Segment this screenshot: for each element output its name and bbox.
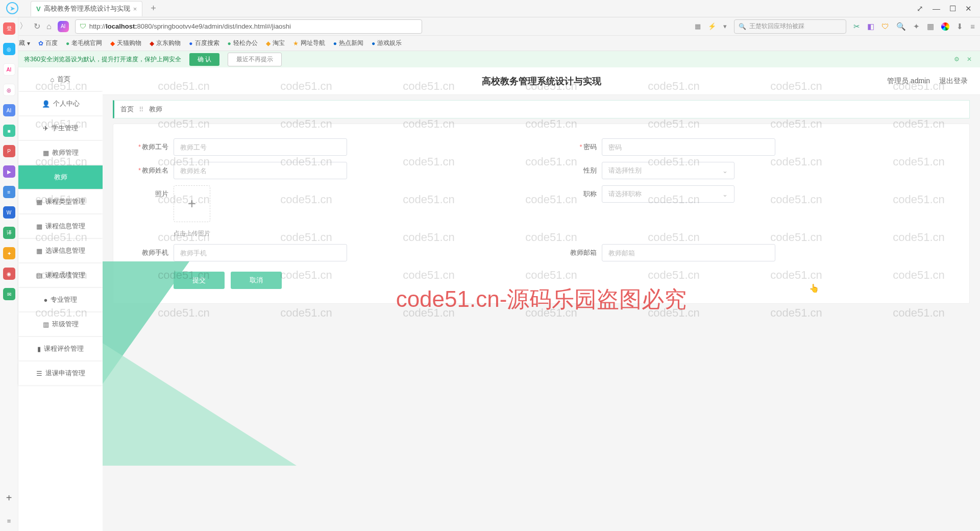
address-bar: 〈 〉 ↻ ⌂ AI 🛡 http://localhost:8080/sprin… [0, 17, 980, 36]
plane-icon: ✈ [43, 125, 48, 132]
shield-icon: 🛡 [80, 22, 86, 30]
sidebar-item-class[interactable]: ▥班级管理 [18, 312, 103, 336]
sidebar-item-profile[interactable]: 👤个人中心 [18, 92, 103, 115]
breadcrumb-home[interactable]: 首页 [120, 105, 134, 114]
sidebar-item-courseinfo[interactable]: ▦课程信息管理 [18, 214, 103, 238]
sidebar-item-grade[interactable]: ▤课程成绩管理 [18, 263, 103, 287]
search-input[interactable]: 🔍 王楚软回应球拍被踩 [734, 19, 846, 34]
dock-item-8[interactable]: ▶ [3, 165, 15, 178]
ai-icon[interactable]: AI [58, 21, 69, 32]
bookmark-game[interactable]: ●游戏娱乐 [372, 39, 402, 47]
dock-item-13[interactable]: ◉ [3, 268, 15, 280]
sidebar-item-home[interactable]: ⌂首页 [18, 67, 103, 91]
bookmark-qingsong[interactable]: ●轻松办公 [228, 39, 258, 47]
bookmark-baidu[interactable]: ✿百度 [38, 39, 58, 47]
dock-item-2[interactable]: ◎ [3, 43, 15, 55]
sidebar-item-student[interactable]: ✈学生管理 [18, 116, 103, 140]
dock-item-3[interactable]: AI [3, 63, 15, 76]
sidebar-item-teacher-mgmt[interactable]: ▦教师管理 [18, 141, 103, 164]
grid-icon: ▦ [36, 247, 42, 255]
bookmark-baidusearch[interactable]: ●百度搜索 [189, 39, 219, 47]
list-icon: ▤ [36, 272, 42, 279]
password-input[interactable] [602, 138, 775, 156]
dock-item-14[interactable]: ✉ [3, 288, 15, 300]
grid-icon: ▦ [36, 198, 42, 206]
dock-item-11[interactable]: 译 [3, 227, 15, 239]
photo-upload[interactable]: + [174, 185, 210, 222]
gender-select[interactable]: 请选择性别⌄ [602, 162, 734, 179]
search2-icon[interactable]: 🔍 [896, 22, 906, 31]
shield2-icon[interactable]: 🛡 [881, 22, 889, 31]
phone-input[interactable] [174, 244, 347, 261]
teacher-name-input[interactable] [174, 162, 347, 179]
bookmark-taobao[interactable]: ◆淘宝 [266, 39, 285, 47]
dock-item-12[interactable]: ✦ [3, 247, 15, 259]
label-password: 密码 [583, 143, 597, 151]
dock-item-6[interactable]: ■ [3, 125, 15, 137]
url-input[interactable]: 🛡 http://localhost:8080/springbootvv4e9/… [75, 19, 422, 34]
new-tab-button[interactable]: + [146, 3, 160, 14]
dock-menu-icon[interactable]: ≡ [7, 517, 11, 531]
window-pin-icon[interactable]: ⤢ [917, 4, 923, 13]
label-phone: 教师手机 [142, 249, 168, 256]
nav-forward-icon[interactable]: 〉 [19, 21, 28, 32]
browser-tab[interactable]: V 高校教务管理系统设计与实现 × [31, 1, 142, 16]
window-minimize-icon[interactable]: — [933, 4, 940, 13]
bookmark-laomaotao[interactable]: ●老毛桃官网 [66, 39, 102, 47]
sidebar-item-teacher[interactable]: 教师 [18, 165, 103, 189]
menu-icon[interactable]: ≡ [970, 22, 975, 31]
sidebar-item-dropcourse[interactable]: ☰退课申请管理 [18, 361, 103, 385]
email-input[interactable] [602, 244, 775, 261]
chevron-down-icon: ⌄ [722, 190, 728, 198]
scissors-icon[interactable]: ✂ [853, 22, 860, 31]
notice-close-icon[interactable]: ✕ [967, 56, 972, 63]
translate-icon[interactable]: ◧ [867, 22, 874, 31]
apps-icon[interactable]: ▦ [927, 22, 934, 31]
window-close-icon[interactable]: ✕ [965, 4, 972, 13]
bar-icon: ▮ [37, 345, 41, 353]
grid-icon: ▦ [43, 149, 49, 157]
browser-logo-icon: ➤ [6, 2, 18, 14]
dock-item-4[interactable]: ◎ [3, 84, 15, 96]
dock-item-10[interactable]: W [3, 206, 15, 219]
decor-triangle-2 [103, 343, 297, 466]
notice-noshow-button[interactable]: 最近不再提示 [228, 53, 282, 66]
page-title: 高校教务管理系统设计与实现 [482, 75, 601, 87]
sidebar-item-evaluate[interactable]: ▮课程评价管理 [18, 337, 103, 360]
title-select[interactable]: 请选择职称⌄ [602, 185, 734, 203]
cancel-button[interactable]: 取消 [231, 272, 282, 289]
window-maximize-icon[interactable]: ☐ [949, 4, 956, 13]
chevron-down-icon[interactable]: ▾ [723, 22, 727, 30]
bookmark-tmall[interactable]: ◆天猫购物 [110, 39, 141, 47]
notice-gear-icon[interactable]: ⚙ [954, 56, 960, 63]
notice-confirm-button[interactable]: 确 认 [189, 53, 219, 66]
download-icon[interactable]: ⬇ [957, 22, 963, 31]
home-icon: ⌂ [51, 76, 55, 83]
sidebar-item-coursetype[interactable]: ▦课程类型管理 [18, 190, 103, 213]
dock-item-7[interactable]: P [3, 145, 15, 157]
dock-item-9[interactable]: ≡ [3, 186, 15, 198]
dock-item-5[interactable]: AI [3, 104, 15, 116]
bookmark-news[interactable]: ●热点新闻 [333, 39, 363, 47]
teacher-id-input[interactable] [174, 138, 347, 156]
notice-bar: 🔒 将360安全浏览器设为默认，提升打开速度，保护上网安全 确 认 最近不再提示… [0, 51, 980, 67]
bolt-icon[interactable]: ⚡ [708, 22, 716, 30]
bookmark-jd[interactable]: ◆京东购物 [150, 39, 181, 47]
puzzle-icon[interactable]: ✦ [913, 22, 920, 31]
bookmark-bar: ★收藏 ▾ ✿百度 ●老毛桃官网 ◆天猫购物 ◆京东购物 ●百度搜索 ●轻松办公… [0, 36, 980, 51]
label-gender: 性别 [583, 166, 597, 174]
nav-reload-icon[interactable]: ↻ [34, 21, 40, 31]
dock-item-1[interactable]: 登 [3, 22, 15, 35]
bookmark-nav[interactable]: ★网址导航 [293, 39, 325, 47]
rainbow-icon[interactable] [941, 22, 949, 31]
sidebar-item-major[interactable]: ●专业管理 [18, 288, 103, 311]
nav-home-icon[interactable]: ⌂ [46, 22, 52, 31]
tab-close-icon[interactable]: × [133, 5, 137, 13]
logout-link[interactable]: 退出登录 [939, 77, 968, 86]
qr-icon[interactable]: ▦ [695, 22, 701, 30]
label-photo: 照片 [155, 190, 168, 198]
sidebar: ⌂首页 👤个人中心 ✈学生管理 ▦教师管理 教师 ▦课程类型管理 ▦课程信息管理… [18, 67, 103, 531]
dock-add-button[interactable]: + [6, 487, 12, 509]
header-user: 管理员 admin [887, 77, 930, 86]
sidebar-item-selectcourse[interactable]: ▦选课信息管理 [18, 239, 103, 262]
